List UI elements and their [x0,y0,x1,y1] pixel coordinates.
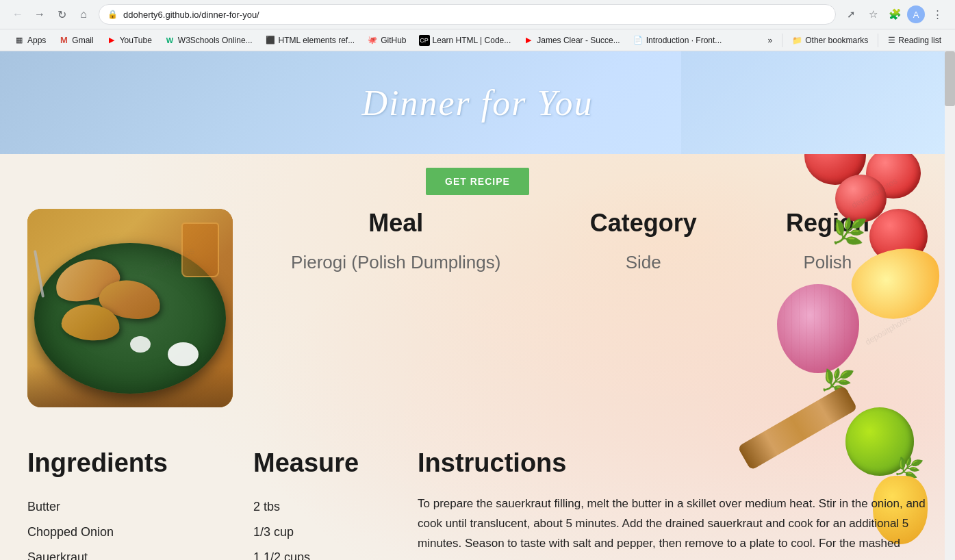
bookmark-github-label: GitHub [381,36,406,45]
cream-1 [168,342,199,366]
measure-1: 1/3 cup [253,520,418,545]
measure-2: 1 1/2 cups [253,545,418,560]
cream-2 [130,336,151,353]
category-column: Category Side [590,209,697,275]
extensions-button[interactable]: 🧩 [885,5,904,24]
region-value: Polish [803,251,852,275]
meal-image-placeholder [27,209,233,407]
forward-button[interactable]: → [30,5,49,24]
bookmark-html-label: HTML elements ref... [279,36,355,45]
other-bookmarks-label: Other bookmarks [805,36,868,45]
site-title: Dinner for You [361,83,593,123]
ingredient-list: Butter Chopped Onion Sauerkraut Butter C… [27,494,253,560]
measure-header: Measure [253,448,418,478]
nav-buttons: ← → ↻ ⌂ [8,5,93,24]
address-bar[interactable]: 🔒 ddoherty6.github.io/dinner-for-you/ [99,4,836,25]
reading-list-button[interactable]: ☰ Reading list [882,34,947,47]
gmail-favicon: M [58,35,69,46]
toolbar-right: ➚ ☆ 🧩 A ⋮ [841,5,947,24]
measure-list: 2 tbs 1/3 cup 1 1/2 cups 3 tbs 1/2 cup 2… [253,494,418,560]
url-text: ddoherty6.github.io/dinner-for-you/ [123,10,827,20]
content-section: Ingredients Butter Chopped Onion Sauerkr… [0,435,955,560]
section-grid: Ingredients Butter Chopped Onion Sauerkr… [27,448,928,560]
scroll-track[interactable] [945,51,955,560]
profile-avatar[interactable]: A [907,5,925,23]
bookmark-github[interactable]: 🐙 GitHub [361,33,411,48]
instructions-column: Instructions To prepare the sauerkraut f… [418,448,928,560]
bookmarks-more-button[interactable]: » [763,34,778,47]
bookmarks-separator [782,34,782,47]
browser-top-bar: ← → ↻ ⌂ 🔒 ddoherty6.github.io/dinner-for… [0,0,955,29]
bookmarks-more-label: » [768,36,773,45]
ingredient-1: Chopped Onion [27,520,253,545]
bookmark-youtube[interactable]: ▶ YouTube [101,33,157,48]
security-icon: 🔒 [107,10,118,19]
intro-front-favicon: 📄 [633,35,644,46]
bookmark-james-clear-label: James Clear - Succe... [537,36,620,45]
bookmarks-separator-2 [878,34,878,47]
meal-column: Meal Pierogi (Polish Dumplings) [291,209,500,275]
ingredient-2: Sauerkraut [27,545,253,560]
bookmark-gmail[interactable]: M Gmail [53,33,99,48]
category-value: Side [626,251,661,275]
browser-chrome: ← → ↻ ⌂ 🔒 ddoherty6.github.io/dinner-for… [0,0,955,51]
james-clear-favicon: ▶ [523,35,534,46]
get-recipe-section: GET RECIPE [0,154,955,209]
scroll-thumb[interactable] [945,51,955,106]
home-button[interactable]: ⌂ [74,5,93,24]
other-bookmarks-icon: 📁 [792,36,802,45]
bookmark-w3schools[interactable]: W W3Schools Online... [159,33,258,48]
reading-list-icon: ☰ [888,36,895,45]
bookmark-codepen[interactable]: CP Learn HTML | Code... [413,33,517,48]
region-label: Region [786,209,869,238]
bookmark-james-clear[interactable]: ▶ James Clear - Succe... [518,33,625,48]
share-button[interactable]: ➚ [841,5,861,24]
back-button[interactable]: ← [8,5,27,24]
glass [181,222,219,277]
measure-0: 2 tbs [253,494,418,520]
html-favicon: ⬛ [265,35,276,46]
get-recipe-button[interactable]: GET RECIPE [426,168,529,195]
bookmark-w3schools-label: W3Schools Online... [178,36,253,45]
bookmark-button[interactable]: ☆ [863,5,882,24]
site-header: Dinner for You [0,51,955,154]
meal-value: Pierogi (Polish Dumplings) [291,251,500,275]
bookmark-gmail-label: Gmail [72,36,93,45]
instructions-header: Instructions [418,448,928,478]
meal-image [27,209,233,407]
region-column: Region Polish [786,209,869,275]
meal-label: Meal [368,209,423,238]
bookmark-intro-front[interactable]: 📄 Introduction · Front... [627,33,728,48]
menu-button[interactable]: ⋮ [928,5,947,24]
ingredients-header: Ingredients [27,448,253,478]
reading-list-label: Reading list [898,36,941,45]
bookmarks-bar: ▦ Apps M Gmail ▶ YouTube W W3Schools Onl… [0,29,955,51]
bookmark-intro-front-label: Introduction · Front... [646,36,722,45]
page-content: 🌿 🌿 🌿 depositphotos depositphotos Dinner… [0,51,955,560]
meal-details: Meal Pierogi (Polish Dumplings) Category… [233,209,928,275]
youtube-favicon: ▶ [106,35,117,46]
other-bookmarks-button[interactable]: 📁 Other bookmarks [787,34,874,47]
codepen-favicon: CP [419,35,430,46]
ingredients-column: Ingredients Butter Chopped Onion Sauerkr… [27,448,253,560]
w3schools-favicon: W [164,35,175,46]
apps-favicon: ▦ [14,35,25,46]
bookmark-youtube-label: YouTube [120,36,152,45]
bookmark-apps[interactable]: ▦ Apps [8,33,51,48]
github-favicon: 🐙 [367,35,378,46]
ingredient-0: Butter [27,494,253,520]
bookmark-apps-label: Apps [27,36,46,45]
measure-column: Measure 2 tbs 1/3 cup 1 1/2 cups 3 tbs 1… [253,448,418,560]
bookmark-html[interactable]: ⬛ HTML elements ref... [259,33,361,48]
reload-button[interactable]: ↻ [52,5,71,24]
meal-info-section: Meal Pierogi (Polish Dumplings) Category… [0,209,955,407]
category-label: Category [590,209,697,238]
bookmark-codepen-label: Learn HTML | Code... [433,36,511,45]
instructions-text: To prepare the sauerkraut filling, melt … [418,494,928,554]
